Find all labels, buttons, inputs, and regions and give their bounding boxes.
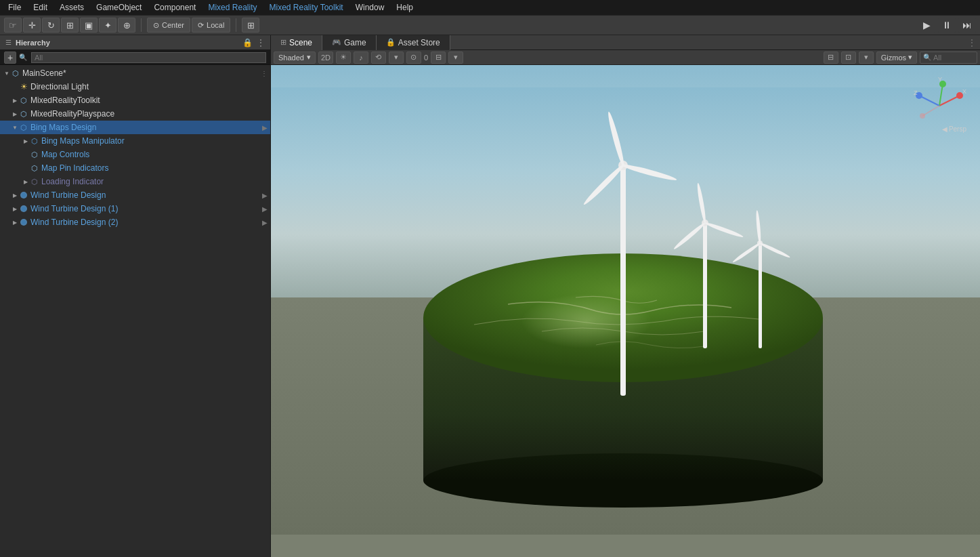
map-pin-icon: ⬡ [30,163,39,173]
scene-view-arrow[interactable]: ▾ [859,51,874,64]
viewport-tabs: ⊞ Scene 🎮 Game 🔒 Asset Store ⋮ [271,35,980,50]
mrt-icon: ⬡ [19,96,28,105]
rotate-tool[interactable]: ↻ [42,18,60,33]
2d-label: 2D [321,54,331,62]
menu-edit[interactable]: Edit [28,1,53,14]
svg-point-1 [22,193,26,197]
scene-tab-icon: ⊞ [280,38,286,47]
menu-window[interactable]: Window [350,1,390,14]
tree-item-directional-light[interactable]: ☀ Directional Light [0,80,270,94]
hierarchy-options-icon[interactable]: ⋮ [257,38,265,47]
pivot-icon: ⊙ [153,21,159,30]
step-button[interactable]: ⏭ [958,18,976,33]
hierarchy-add-btn[interactable]: + [4,51,16,64]
wind-turbine-1-options[interactable]: ▶ [262,205,268,213]
render-arrow[interactable]: ▾ [448,51,463,64]
hierarchy-search-input[interactable] [31,52,266,63]
tree-item-bing-maps-manipulator[interactable]: ▶ ⬡ Bing Maps Manipulator [0,134,270,148]
tree-item-wind-turbine-2[interactable]: ▶ Wind Turbine Design (2) ▶ [0,215,270,229]
tab-game[interactable]: 🎮 Game [322,35,377,50]
snap-tool[interactable]: ⊞ [242,18,259,33]
hidden-count: 0 [424,54,428,62]
hand-tool[interactable]: ☞ [4,18,22,33]
menu-gameobject[interactable]: GameObject [91,1,147,14]
tree-item-mixed-reality-playspace[interactable]: ▶ ⬡ MixedRealityPlayspace [0,107,270,121]
expand-wind-turbine-2[interactable]: ▶ [11,218,19,226]
tab-asset-store[interactable]: 🔒 Asset Store [377,35,450,50]
hierarchy-title: Hierarchy [16,39,50,47]
hidden-objs[interactable]: ⊙ [406,51,421,64]
viewport-search-input[interactable] [933,54,974,62]
expand-bm-manipulator[interactable]: ▶ [22,137,30,145]
tree-item-mixed-reality-toolkit[interactable]: ▶ ⬡ MixedRealityToolkit [0,94,270,107]
space-local-btn[interactable]: ⟳ Local [192,18,230,33]
vfx-btn[interactable]: ⟲ [371,51,386,64]
hierarchy-header: ☰ Hierarchy 🔒 ⋮ [0,35,270,50]
tree-item-wind-turbine[interactable]: ▶ Wind Turbine Design ▶ [0,188,270,202]
tree-item-main-scene[interactable]: ▼ ⬡ MainScene* ⋮ [0,66,270,80]
game-tab-icon: 🎮 [332,38,341,47]
shading-label: Shaded [278,54,304,62]
menu-help[interactable]: Help [391,1,419,14]
wind-turbine-options[interactable]: ▶ [262,192,268,199]
play-button[interactable]: ▶ [918,18,935,33]
render-stats[interactable]: ⊟ [431,51,446,64]
hierarchy-lock-icon[interactable]: 🔒 [242,38,253,47]
shading-arrow: ▾ [307,53,311,62]
asset-store-label: Asset Store [398,38,440,47]
expand-playspace[interactable]: ▶ [11,110,19,118]
pause-button[interactable]: ⏸ [938,18,956,33]
pivot-center-btn[interactable]: ⊙ Center [147,18,190,33]
expand-wind-turbine[interactable]: ▶ [11,191,19,199]
svg-line-26 [939,96,960,106]
expand-map-pin [22,164,30,172]
menu-mixed-reality-toolkit[interactable]: Mixed Reality Toolkit [263,1,348,14]
tree-item-map-controls[interactable]: ⬡ Map Controls [0,148,270,161]
custom-tool[interactable]: ⊕ [118,18,135,33]
persp-label[interactable]: ◀ Persp [942,125,966,133]
tree-item-map-pin[interactable]: ⬡ Map Pin Indicators [0,161,270,175]
light-btn[interactable]: ☀ [336,51,351,64]
viewport-tab-options[interactable]: ⋮ [968,38,980,47]
menu-assets[interactable]: Assets [54,1,89,14]
2d-btn[interactable]: 2D [318,51,333,64]
bm-manipulator-icon: ⬡ [30,136,39,146]
tab-scene[interactable]: ⊞ Scene [271,35,322,50]
tree-item-wind-turbine-1[interactable]: ▶ Wind Turbine Design (1) ▶ [0,202,270,215]
gizmos-arrow: ▾ [908,53,912,62]
expand-wind-turbine-1[interactable]: ▶ [11,205,19,213]
expand-bing-maps[interactable]: ▼ [11,123,19,131]
gizmos-btn[interactable]: Gizmos ▾ [876,51,917,64]
viewport-area: ⊞ Scene 🎮 Game 🔒 Asset Store ⋮ Shaded ▾ … [271,35,980,557]
scale-tool[interactable]: ⊞ [61,18,79,33]
viewport-search[interactable]: 🔍 [920,51,977,64]
main-scene-label: MainScene* [22,68,66,78]
bing-maps-options[interactable]: ▶ [262,124,268,131]
menu-file[interactable]: File [3,1,26,14]
space-icon: ⟳ [198,21,204,30]
audio-btn[interactable]: ♪ [354,51,368,64]
vfx-arrow[interactable]: ▾ [389,51,404,64]
scene-canvas[interactable]: X Y Z ◀ Persp [271,65,980,557]
y-axis-label: Y [938,76,942,83]
shading-dropdown[interactable]: Shaded ▾ [274,51,316,64]
playspace-label: MixedRealityPlayspace [30,109,114,119]
svg-point-5 [22,220,26,224]
rect-tool[interactable]: ▣ [80,18,98,33]
playspace-icon: ⬡ [19,109,28,119]
expand-loading-indicator[interactable]: ▶ [22,178,30,186]
expand-main-scene[interactable]: ▼ [3,69,11,77]
menu-mixed-reality[interactable]: Mixed Reality [203,1,262,14]
scene-options-btn[interactable]: ⊟ [824,51,838,64]
expand-mrt[interactable]: ▶ [11,96,19,104]
loading-indicator-icon: ⬡ [30,177,39,186]
main-scene-options[interactable]: ⋮ [261,70,268,77]
transform-tool[interactable]: ✦ [99,18,116,33]
tree-item-bing-maps-design[interactable]: ▼ ⬡ Bing Maps Design ▶ [0,121,270,134]
wind-turbine-2-options[interactable]: ▶ [262,219,268,226]
menu-component[interactable]: Component [148,1,201,14]
space-label: Local [207,21,224,29]
scene-view-btn[interactable]: ⊡ [841,51,856,64]
tree-item-loading-indicator[interactable]: ▶ ⬡ Loading Indicator [0,175,270,188]
move-tool[interactable]: ✛ [23,18,41,33]
